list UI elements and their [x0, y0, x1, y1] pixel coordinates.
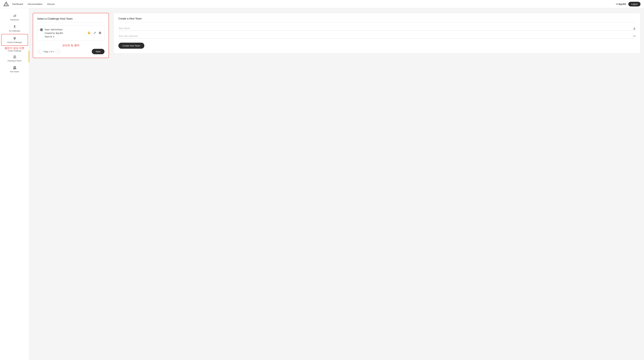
sidebar-item-dashboard[interactable]: Dashboard: [0, 12, 29, 23]
team-name-input[interactable]: [118, 26, 636, 31]
sidebar-active-indicator: [29, 51, 29, 62]
host-teams-icon: [13, 66, 16, 70]
person-icon: [633, 27, 636, 31]
svg-point-2: [6, 5, 6, 6]
svg-rect-3: [13, 16, 14, 17]
select-team-card: Select a Challenge Host Team Team: MyFir…: [33, 13, 109, 58]
all-challenges-icon: [13, 25, 16, 29]
team-url-group: [118, 34, 636, 39]
pagination-left: ‹ Page 1 of 1 ›: [37, 49, 60, 54]
svg-point-23: [634, 27, 635, 29]
svg-rect-4: [14, 15, 15, 17]
navbar-greeting: Hi lkg1303: [616, 3, 626, 5]
team-name: Team: MyFirstTeam: [45, 28, 63, 32]
svg-point-15: [88, 32, 90, 33]
nav-documentation[interactable]: Documentation: [28, 3, 42, 5]
nav-dashboard[interactable]: Dashboard: [12, 3, 23, 5]
team-url-input[interactable]: [118, 34, 636, 39]
edit-team-button[interactable]: [93, 31, 97, 36]
team-id: Team Id: 4: [45, 35, 63, 39]
sidebar-item-host-teams[interactable]: Host Teams: [0, 64, 29, 75]
navbar: Dashboard Documentation Discuss Hi lkg13…: [0, 0, 644, 8]
app-logo: [4, 2, 9, 7]
svg-point-12: [15, 66, 16, 68]
dashboard-icon: [13, 14, 16, 18]
pagination: ‹ Page 1 of 1 › Next: [37, 49, 104, 54]
logout-button[interactable]: Logout: [628, 2, 640, 7]
team-info: Team: MyFirstTeam Created by: lkg1303 Te…: [45, 28, 63, 38]
delete-team-button[interactable]: [98, 31, 102, 36]
link-icon: [633, 35, 636, 38]
sidebar-item-hosted-challenges-label: Hosted Challenges: [7, 41, 22, 43]
navbar-username: lkg1303: [618, 3, 626, 5]
create-challenge-annotation: 챌린지 생성 버튼: [4, 47, 24, 50]
add-member-button[interactable]: [87, 31, 92, 36]
sidebar-item-create-challenge[interactable]: 챌린지 생성 버튼 Create Challenge: [0, 46, 29, 53]
team-item[interactable]: Team: MyFirstTeam Created by: lkg1303 Te…: [37, 26, 104, 41]
sidebar-item-create-challenge-label: Create Challenge: [0, 50, 29, 52]
create-host-team-button[interactable]: Create Host Team: [118, 43, 144, 49]
hosted-challenges-icon: [13, 36, 16, 41]
svg-rect-6: [14, 38, 15, 38]
participant-teams-icon: [13, 55, 16, 59]
sidebar-item-all-challenges-label: All Challenges: [9, 30, 20, 32]
team-item-left: Team: MyFirstTeam Created by: lkg1303 Te…: [40, 28, 63, 38]
sidebar-item-hosted-challenges[interactable]: Hosted Challenges: [1, 34, 28, 46]
next-page-button[interactable]: ›: [56, 49, 60, 54]
create-team-title: Create a New Team: [118, 17, 636, 23]
svg-rect-18: [99, 32, 101, 34]
navbar-right: Hi lkg1303 Logout: [616, 2, 640, 7]
team-click-annotation: 생성된 팀 클릭: [62, 44, 80, 47]
select-team-title: Select a Challenge Host Team: [37, 17, 104, 23]
sidebar-item-participant-teams-label: Participant Teams: [8, 60, 22, 62]
nav-discuss[interactable]: Discuss: [47, 3, 55, 5]
navbar-links: Dashboard Documentation Discuss: [12, 3, 616, 5]
sidebar-item-all-challenges[interactable]: All Challenges: [0, 23, 29, 34]
svg-point-7: [14, 56, 15, 57]
svg-point-11: [14, 66, 15, 68]
sidebar-item-host-teams-label: Host Teams: [10, 71, 19, 73]
svg-point-8: [15, 56, 16, 57]
team-name-group: [118, 26, 636, 31]
svg-point-10: [14, 57, 16, 58]
team-radio-button[interactable]: [40, 28, 43, 31]
main-content: Select a Challenge Host Team Team: MyFir…: [29, 8, 644, 360]
create-team-card: Create a New Team: [114, 13, 640, 54]
next-button[interactable]: Next: [92, 49, 104, 54]
team-created-by: Created by: lkg1303: [45, 32, 63, 35]
team-actions: [87, 31, 102, 36]
page-info: Page 1 of 1: [44, 50, 54, 53]
sidebar-item-participant-teams[interactable]: Participant Teams: [0, 53, 29, 64]
svg-rect-5: [15, 14, 16, 17]
sidebar: Dashboard All Challenges Hosted Challeng…: [0, 8, 29, 360]
svg-point-14: [14, 68, 16, 69]
prev-page-button[interactable]: ‹: [37, 49, 42, 54]
sidebar-item-dashboard-label: Dashboard: [10, 19, 19, 21]
page-layout: Dashboard All Challenges Hosted Challeng…: [0, 8, 644, 360]
